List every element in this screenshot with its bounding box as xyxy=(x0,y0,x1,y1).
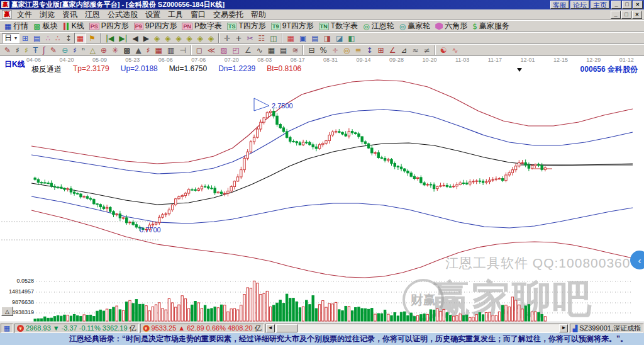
market-grid-panel[interactable]: ▦ xyxy=(1,324,13,333)
gann-diamond-3-button[interactable]: ◈ xyxy=(173,33,184,43)
mdi-restore-button[interactable]: □ xyxy=(621,11,631,19)
sh-index-panel[interactable]: ¥ 2968.93 ▼-3.37 -0.11% 3362.19亿 xyxy=(14,324,139,333)
scatter-red-button[interactable]: ∴ xyxy=(53,33,63,43)
lines-tool[interactable]: ≋ xyxy=(289,45,301,55)
notes-button[interactable]: ▤ xyxy=(309,33,321,43)
wave-tool[interactable]: ∿ xyxy=(254,45,265,55)
menu-江恩[interactable]: 江恩 xyxy=(81,9,104,20)
document-button[interactable]: ▤ xyxy=(31,33,43,43)
t-sifangxing-button[interactable]: TST四方形 xyxy=(225,21,269,31)
9p-sifangxing-button[interactable]: P99P四方形 xyxy=(131,21,180,31)
scurve-tool[interactable]: ʃ xyxy=(40,45,48,55)
chart-area[interactable]: 江恩工具软件 QQ:100800360 财赢 赢家聊吧 日K线 04-0604-… xyxy=(0,56,644,322)
hash-tool[interactable]: ♯ xyxy=(70,45,79,55)
bankuai-button[interactable]: ▩板块 xyxy=(31,21,60,31)
pencil-tool[interactable]: ✎ xyxy=(2,45,13,55)
go-first-button[interactable]: |◀ xyxy=(103,33,116,43)
marker-tool[interactable]: ✎ xyxy=(48,45,59,55)
estimate2-tool[interactable]: ≠ xyxy=(421,45,433,55)
hangqing-button[interactable]: ▦行情 xyxy=(2,21,31,31)
menu-设置[interactable]: 设置 xyxy=(142,9,164,20)
next-bar-button[interactable]: ▶ xyxy=(141,33,152,43)
yingjiafuwu-button[interactable]: $赢家服务 xyxy=(470,21,512,31)
gold-circle-tool[interactable]: ◎ xyxy=(341,45,352,55)
net-tool[interactable]: ▩ xyxy=(121,45,133,55)
updown-button[interactable]: ↕ xyxy=(63,33,74,43)
angle-line-tool[interactable]: ∠ xyxy=(242,45,254,55)
compare-button[interactable]: ◫ xyxy=(267,33,279,43)
grid-tool[interactable]: ♯ xyxy=(13,45,22,55)
shade-tool[interactable]: ▨ xyxy=(218,45,230,55)
gann-diamond-1-button[interactable]: ◈ xyxy=(152,33,162,43)
flag-button[interactable]: ⚑ xyxy=(86,33,98,43)
rows-tool[interactable]: ▤ xyxy=(277,45,289,55)
jiangenlun-button[interactable]: ◎江恩轮 xyxy=(360,21,396,31)
gann-diamond-6-button[interactable]: ◈ xyxy=(206,33,216,43)
gann-diamond-4-button[interactable]: ◈ xyxy=(184,33,195,43)
title-link-3[interactable]: 主页 xyxy=(591,1,609,9)
volume-expand-button[interactable]: △ xyxy=(1,307,13,316)
yingjialun-button[interactable]: ◎赢家轮 xyxy=(397,21,433,31)
gann-diamond-5-button[interactable]: ◈ xyxy=(195,33,206,43)
box-grid-tool[interactable]: ▦ xyxy=(153,45,165,55)
target-tool[interactable]: ⊕ xyxy=(98,45,109,55)
pattern-button[interactable]: ☷ xyxy=(256,33,268,43)
menu-交易委托[interactable]: 交易委托 xyxy=(209,9,247,20)
range-tool[interactable]: ↕ xyxy=(364,45,375,55)
restore-button[interactable]: □ xyxy=(622,1,632,9)
horizontal-scrollbar[interactable]: ◄ ► xyxy=(265,324,569,333)
triangle-tool[interactable]: △ xyxy=(87,45,98,55)
scroll-track[interactable] xyxy=(275,324,560,332)
period-selector[interactable]: 日▾ xyxy=(2,33,19,43)
prev-bar-button[interactable]: ◀ xyxy=(130,33,140,43)
menu-公式选股[interactable]: 公式选股 xyxy=(104,9,142,20)
p-shuzibiao-button[interactable]: PNP数字表 xyxy=(179,21,225,31)
menu-资讯[interactable]: 资讯 xyxy=(58,9,81,20)
fan-tool[interactable]: ≪ xyxy=(205,45,218,55)
quarter-tool[interactable]: ◰ xyxy=(230,45,242,55)
grid-add-tool[interactable]: ⊞ xyxy=(375,45,387,55)
red-grid-tool[interactable]: ♯ xyxy=(144,45,153,55)
title-link-1[interactable]: 客服 xyxy=(550,1,569,9)
ellipse-tool[interactable]: ⊖ xyxy=(59,45,70,55)
crosshair-button[interactable]: ✛ xyxy=(221,33,233,43)
rt-triangle-tool[interactable]: ⊿ xyxy=(398,45,409,55)
tsquare-tool[interactable]: Ŧ xyxy=(31,45,40,55)
percent-line-tool[interactable]: ÷ xyxy=(330,45,341,55)
mdi-minimize-button[interactable]: _ xyxy=(611,11,621,19)
menu-浏览[interactable]: 浏览 xyxy=(36,9,58,20)
scroll-right-button[interactable]: ► xyxy=(559,324,568,332)
scroll-thumb[interactable] xyxy=(276,324,297,332)
sidebar-toggle-button[interactable]: ‹ xyxy=(630,251,644,269)
refresh-button[interactable]: ◧ xyxy=(345,33,357,43)
go-last-button[interactable]: ▶| xyxy=(116,33,130,43)
fence-tool[interactable]: ▥ xyxy=(165,45,177,55)
title-link-2[interactable]: 论坛 xyxy=(570,1,589,9)
scatter-pink-button[interactable]: ∴ xyxy=(43,33,53,43)
kxian-button[interactable]: K线 xyxy=(60,21,87,31)
scroll-left-button[interactable]: ◄ xyxy=(266,324,275,332)
close-button[interactable]: × xyxy=(633,1,643,9)
calendar-button[interactable]: ▦ xyxy=(285,33,297,43)
minimize-button[interactable]: _ xyxy=(611,1,621,9)
t-shuzibiao-button[interactable]: TNT数字表 xyxy=(316,21,360,31)
power-tool[interactable]: ⁿ xyxy=(79,45,87,55)
kline-style-button[interactable]: ▦ xyxy=(74,33,86,43)
angle-tool[interactable]: ▲ xyxy=(133,45,143,55)
estimate-tool[interactable]: ≈ xyxy=(410,45,421,55)
export-button[interactable]: ◪ xyxy=(333,33,345,43)
star-tool[interactable]: ✳ xyxy=(109,45,121,55)
tab-daily-kline[interactable]: 日K线 xyxy=(4,59,25,70)
red-angle-tool[interactable]: ∠ xyxy=(387,45,399,55)
grid2-tool[interactable]: ▦ xyxy=(265,45,277,55)
menu-文件[interactable]: 文件 xyxy=(13,9,36,20)
gann-grid-tool[interactable]: ♯ xyxy=(22,45,31,55)
cut-button[interactable]: ✂ xyxy=(244,33,255,43)
menu-窗口[interactable]: 窗口 xyxy=(187,9,209,20)
tick-tool[interactable]: ⊣ xyxy=(177,45,188,55)
9t-sifangxing-button[interactable]: T99T四方形 xyxy=(269,21,316,31)
gold-line-tool[interactable]: ≡ xyxy=(352,45,364,55)
save-button[interactable]: ◨ xyxy=(321,33,333,43)
calculator-button[interactable]: ▣ xyxy=(297,33,309,43)
yinyang-tool[interactable]: ☯ xyxy=(438,45,450,55)
